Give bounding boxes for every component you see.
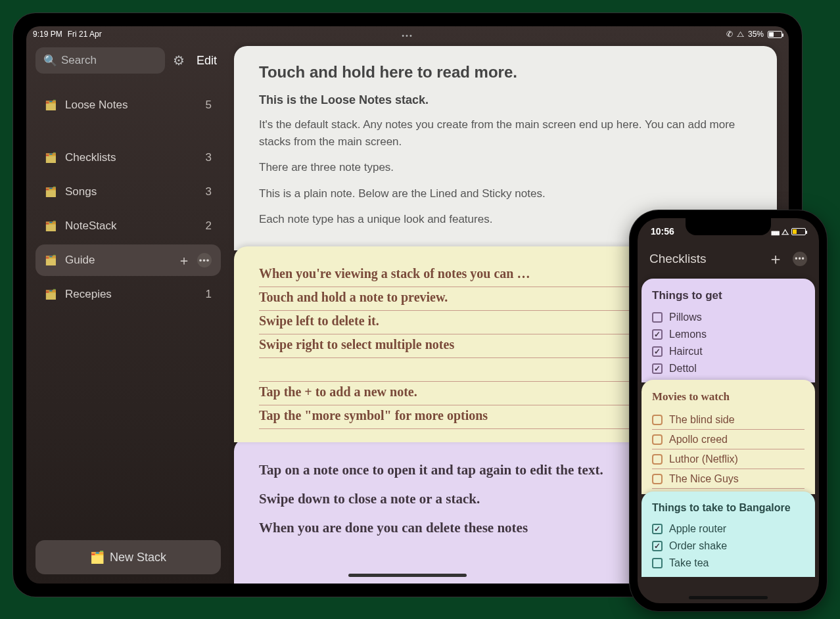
sidebar-item-guide[interactable]: 🗂️ Guide ＋ •••	[35, 244, 221, 276]
battery-icon	[768, 31, 782, 38]
stack-icon: 🗂️	[45, 99, 57, 111]
notch	[686, 218, 771, 235]
item-label: The Nice Guys	[669, 473, 739, 485]
checkbox-icon[interactable]	[652, 312, 663, 323]
wifi-icon	[737, 30, 744, 39]
iphone-header: Checklists ＋ •••	[638, 244, 819, 273]
checklist-item[interactable]: Luthor (Netflix)	[652, 449, 805, 469]
status-date: Fri 21 Apr	[68, 30, 102, 39]
status-time: 10:56	[651, 226, 674, 237]
new-stack-label: New Stack	[110, 551, 166, 564]
checkbox-icon[interactable]	[652, 541, 663, 551]
search-icon: 🔍	[43, 54, 57, 68]
checkbox-icon[interactable]	[652, 363, 663, 374]
checkbox-icon[interactable]	[652, 415, 663, 425]
header-title: Checklists	[649, 252, 707, 266]
signal-icon	[771, 226, 779, 237]
checkbox-icon[interactable]	[652, 454, 663, 465]
stack-icon: 🗂️	[45, 152, 57, 164]
item-label: The blind side	[669, 414, 735, 426]
stack-icon: 🗂️	[45, 186, 57, 198]
checkbox-icon[interactable]	[652, 329, 663, 340]
gear-icon[interactable]: ⚙	[170, 53, 187, 68]
checklist-item[interactable]: Take tea	[652, 555, 805, 572]
note-paragraph: This is a plain note. Below are the Line…	[259, 185, 752, 202]
card-title: Things to take to Bangalore	[652, 502, 805, 514]
sidebar-item-recepies[interactable]: 🗂️ Recepies 1	[35, 279, 221, 310]
item-label: Luthor (Netflix)	[669, 453, 738, 465]
checklist-item[interactable]: Dettol	[652, 360, 805, 377]
sidebar-item-loose-notes[interactable]: 🗂️ Loose Notes 5	[35, 89, 221, 121]
checkbox-icon[interactable]	[652, 434, 663, 445]
sidebar-item-notestack[interactable]: 🗂️ NoteStack 2	[35, 210, 221, 242]
sidebar-item-count: 3	[206, 185, 212, 198]
search-placeholder: Search	[61, 54, 97, 67]
note-subtitle: This is the Loose Notes stack.	[259, 93, 752, 107]
wifi-icon	[782, 226, 789, 237]
note-paragraph: There are three note types.	[259, 159, 752, 176]
checklist-item[interactable]: The Nice Guys	[652, 469, 805, 489]
battery-icon	[791, 228, 806, 235]
note-title: Touch and hold here to read more.	[259, 63, 752, 81]
stack-icon: 🗂️	[45, 288, 57, 300]
status-time: 9:19 PM	[33, 30, 62, 39]
item-label: Dettol	[669, 363, 697, 375]
item-label: Order shake	[669, 540, 727, 552]
note-paragraph: It's the default stack. Any notes you cr…	[259, 116, 752, 150]
iphone-screen: 10:56 Checklists ＋ ••• Things to get Pil…	[638, 218, 819, 603]
add-note-icon[interactable]: ＋	[177, 252, 191, 269]
item-label: Apollo creed	[669, 434, 728, 446]
checklist-item[interactable]: The blind side	[652, 410, 805, 430]
sidebar-item-count: 1	[206, 288, 212, 301]
more-icon[interactable]: •••	[197, 253, 212, 267]
checkbox-icon[interactable]	[652, 346, 663, 357]
item-label: Lemons	[669, 329, 707, 340]
sidebar-item-label: Guide	[65, 254, 177, 267]
checklist-card-things-to-get[interactable]: Things to get Pillows Lemons Haircut Det…	[642, 279, 815, 382]
iphone-device: 10:56 Checklists ＋ ••• Things to get Pil…	[630, 210, 827, 611]
battery-percent: 35%	[748, 30, 764, 39]
checklist-item[interactable]: Lemons	[652, 326, 805, 343]
sidebar-item-label: Checklists	[65, 151, 206, 164]
checkbox-icon[interactable]	[652, 474, 663, 484]
sidebar-item-count: 5	[206, 99, 212, 112]
sidebar: 🔍 Search ⚙ Edit 🗂️ Loose Notes 5 🗂️ Chec…	[26, 42, 230, 584]
checkbox-icon[interactable]	[652, 524, 663, 534]
sidebar-item-count: 2	[206, 219, 212, 233]
checklist-stack: Things to get Pillows Lemons Haircut Det…	[638, 273, 819, 603]
checklist-card-movies[interactable]: Movies to watch The blind side Apollo cr…	[642, 380, 815, 494]
phone-icon: ✆	[726, 30, 733, 39]
search-input[interactable]: 🔍 Search	[35, 47, 165, 74]
add-button[interactable]: ＋	[768, 248, 783, 269]
more-button[interactable]: •••	[793, 252, 807, 266]
checklist-item[interactable]: Apollo creed	[652, 430, 805, 449]
item-label: Haircut	[669, 346, 703, 357]
checklist-item[interactable]: Pillows	[652, 309, 805, 326]
stack-list: 🗂️ Loose Notes 5 🗂️ Checklists 3 🗂️ Song…	[35, 89, 221, 540]
sidebar-item-label: Recepies	[65, 288, 206, 301]
item-label: Apple router	[669, 523, 726, 535]
item-label: Pillows	[669, 311, 702, 323]
edit-button[interactable]: Edit	[193, 54, 221, 68]
sidebar-item-count: 3	[206, 151, 212, 164]
card-title: Movies to watch	[652, 390, 805, 403]
card-title: Things to get	[652, 289, 805, 302]
sidebar-item-label: Loose Notes	[65, 99, 206, 112]
item-label: Take tea	[669, 557, 709, 569]
drag-handle-dots-icon: •••	[402, 32, 413, 39]
checkbox-icon[interactable]	[652, 558, 663, 568]
new-stack-button[interactable]: 🗂️ New Stack	[35, 540, 221, 574]
checklist-card-bangalore[interactable]: Things to take to Bangalore Apple router…	[642, 492, 815, 577]
home-indicator[interactable]	[689, 596, 768, 599]
sidebar-item-label: Songs	[65, 185, 206, 198]
checklist-item[interactable]: Apple router	[652, 520, 805, 538]
home-indicator[interactable]	[348, 574, 467, 577]
checklist-item[interactable]: Order shake	[652, 538, 805, 555]
checklist-item[interactable]: Haircut	[652, 343, 805, 360]
sidebar-item-label: NoteStack	[65, 219, 206, 233]
sidebar-item-checklists[interactable]: 🗂️ Checklists 3	[35, 142, 221, 173]
stack-icon: 🗂️	[90, 550, 105, 564]
sidebar-item-songs[interactable]: 🗂️ Songs 3	[35, 176, 221, 208]
stack-icon: 🗂️	[45, 220, 57, 232]
stack-icon: 🗂️	[45, 254, 57, 266]
